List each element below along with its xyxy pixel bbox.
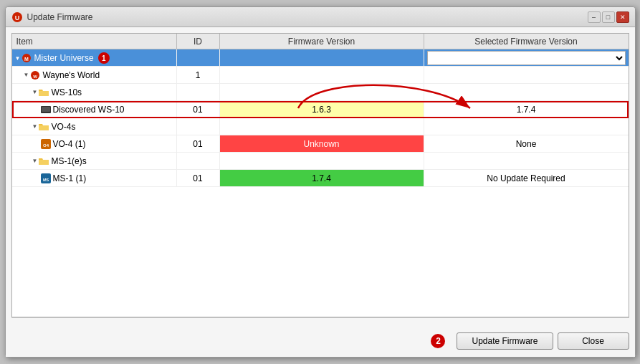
item-cell: ▼ W Wayne's World — [12, 67, 177, 83]
table-body: ▼ M Mister Universe 1 — [12, 49, 629, 317]
device-icon: M — [22, 53, 32, 63]
firmware-dropdown[interactable] — [427, 51, 626, 65]
title-bar: U Update Firmware – □ ✕ — [6, 7, 635, 27]
item-cell: ▼ VO-4s — [12, 118, 177, 135]
item-label: VO-4 (1) — [53, 139, 86, 149]
expand-icon[interactable]: ▼ — [24, 72, 29, 78]
selected-cell — [424, 153, 629, 169]
table-row[interactable]: ▼ MS-1(e)s — [12, 153, 629, 170]
folder-icon — [39, 122, 49, 132]
update-firmware-button[interactable]: Update Firmware — [457, 332, 553, 350]
id-cell: 01 — [177, 101, 220, 118]
id-cell: 01 — [177, 135, 220, 152]
selected-cell: None — [424, 135, 629, 152]
selected-cell: 1.7.4 — [424, 101, 629, 118]
table-row[interactable]: ▼ W Wayne's World 1 — [12, 67, 629, 84]
col-header-id: ID — [177, 34, 220, 49]
expand-icon[interactable]: ▼ — [15, 55, 21, 62]
item-label: MS-1(e)s — [51, 156, 86, 166]
table-row[interactable]: Discovered WS-10 01 1.6.3 1.7.4 — [12, 101, 629, 118]
item-cell: ▼ WS-10s — [12, 84, 177, 100]
folder-icon — [39, 156, 49, 166]
firmware-version-display: 1.7.4 — [220, 170, 424, 186]
expand-icon[interactable]: ▼ — [32, 89, 38, 95]
device-icon — [41, 105, 51, 115]
device-icon: O4 — [41, 139, 51, 149]
table-row[interactable]: ▼ VO-4s — [12, 118, 629, 135]
selected-cell — [424, 84, 629, 100]
app-icon: U — [11, 11, 23, 23]
firmware-cell — [220, 67, 424, 83]
firmware-cell — [220, 84, 424, 100]
table-row[interactable]: MS MS-1 (1) 01 1.7.4 — [12, 170, 629, 187]
table-header: Item ID Firmware Version Selected Firmwa… — [12, 34, 629, 49]
firmware-cell: 1.6.3 — [220, 101, 424, 118]
firmware-cell — [220, 153, 424, 169]
item-label: WS-10s — [51, 87, 82, 97]
badge-2: 2 — [431, 334, 445, 348]
minimize-button[interactable]: – — [588, 11, 601, 23]
table-wrapper: Item ID Firmware Version Selected Firmwa… — [11, 33, 629, 317]
item-label: Wayne's World — [42, 70, 100, 80]
maximize-button[interactable]: □ — [602, 11, 615, 23]
device-icon: MS — [41, 173, 51, 183]
col-header-item: Item — [12, 34, 177, 49]
title-bar-left: U Update Firmware — [11, 11, 93, 23]
id-cell — [177, 118, 220, 135]
main-window: U Update Firmware – □ ✕ Item ID — [5, 6, 636, 358]
selected-cell — [424, 67, 629, 83]
item-cell: Discovered WS-10 — [12, 101, 177, 118]
id-cell — [177, 84, 220, 100]
firmware-version-display: Unknown — [220, 135, 424, 152]
col-header-selected: Selected Firmware Version — [424, 34, 629, 49]
item-label: Mister Universe — [34, 53, 93, 63]
svg-rect-7 — [42, 107, 50, 112]
window-title: Update Firmware — [27, 12, 93, 22]
table-row[interactable]: O4 VO-4 (1) 01 Unknown — [12, 135, 629, 153]
firmware-cell — [220, 49, 424, 67]
expand-icon[interactable]: ▼ — [32, 123, 38, 130]
item-cell: O4 VO-4 (1) — [12, 135, 177, 152]
firmware-cell: 1.7.4 — [220, 170, 424, 186]
id-cell: 01 — [177, 170, 220, 186]
firmware-cell — [220, 118, 424, 135]
col-header-firmware: Firmware Version — [220, 34, 424, 49]
table-container: Item ID Firmware Version Selected Firmwa… — [11, 33, 629, 317]
item-label: MS-1 (1) — [53, 173, 87, 183]
svg-text:M: M — [25, 57, 29, 62]
folder-icon — [39, 87, 49, 97]
footer-separator — [11, 317, 629, 318]
badge-2-container: 2 — [431, 334, 449, 348]
close-window-button[interactable]: ✕ — [616, 11, 629, 23]
selected-cell — [424, 118, 629, 135]
item-cell: ▼ M Mister Universe 1 — [12, 49, 177, 67]
firmware-cell: Unknown — [220, 135, 424, 152]
svg-text:U: U — [14, 14, 19, 21]
device-icon: W — [30, 70, 40, 80]
firmware-version-display: 1.6.3 — [220, 101, 424, 118]
id-cell: 1 — [177, 67, 220, 83]
id-cell — [177, 49, 220, 67]
item-label: VO-4s — [51, 122, 75, 132]
expand-icon[interactable]: ▼ — [32, 158, 38, 164]
svg-text:O4: O4 — [42, 143, 49, 148]
title-buttons: – □ ✕ — [588, 11, 629, 23]
selected-cell: No Update Required — [424, 170, 629, 186]
close-button[interactable]: Close — [558, 332, 629, 350]
item-cell: MS MS-1 (1) — [12, 170, 177, 186]
id-cell — [177, 153, 220, 169]
footer: 2 Update Firmware Close — [11, 330, 629, 351]
item-cell: ▼ MS-1(e)s — [12, 153, 177, 169]
window-body: Item ID Firmware Version Selected Firmwa… — [6, 27, 635, 357]
table-row[interactable]: ▼ M Mister Universe 1 — [12, 49, 629, 67]
table-row[interactable]: ▼ WS-10s — [12, 84, 629, 101]
item-label: Discovered WS-10 — [53, 105, 125, 115]
svg-text:MS: MS — [42, 178, 49, 182]
svg-text:W: W — [34, 75, 38, 79]
badge-1: 1 — [98, 52, 110, 64]
selected-cell — [424, 49, 629, 67]
